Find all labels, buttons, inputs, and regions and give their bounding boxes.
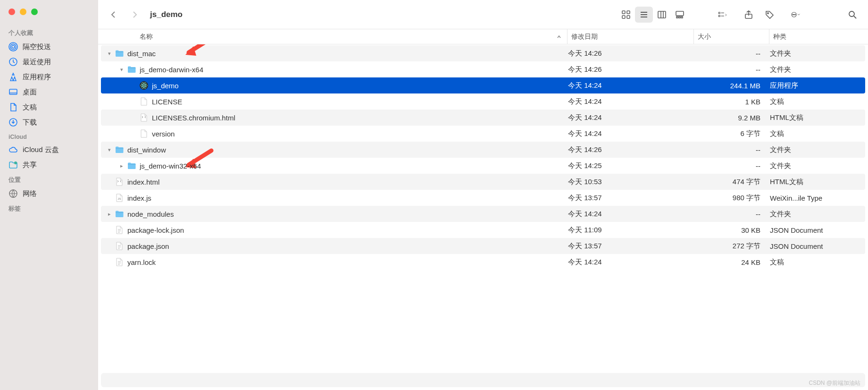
file-size: 1 KB [691,98,766,106]
svg-rect-6 [676,17,678,18]
file-name: dist_mac [127,50,564,58]
file-kind: WeiXin...ile Type [766,194,865,202]
file-row[interactable]: LICENSES.chromium.html今天 14:249.2 MBHTML… [101,110,865,126]
network-icon [8,189,18,198]
disclosure-triangle-icon[interactable]: ▾ [106,147,113,153]
file-kind: 应用程序 [766,81,865,90]
file-row[interactable]: index.js今天 13:57980 字节WeiXin...ile Type [101,190,865,206]
sidebar-item[interactable]: 文稿 [0,100,98,115]
sidebar-item[interactable]: 桌面 [0,85,98,100]
text-icon [114,241,125,251]
sidebar-section-title: 标签 [0,201,98,215]
columns-header: 名称 修改日期 大小 种类 [98,29,868,44]
disclosure-triangle-icon[interactable]: ▸ [106,211,113,217]
file-row[interactable]: package-lock.json今天 11:0930 KBJSON Docum… [101,222,865,238]
file-row[interactable]: package.json今天 13:57272 字节JSON Document [101,238,865,254]
file-row[interactable]: LICENSE今天 14:241 KB文稿 [101,93,865,110]
file-kind: JSON Document [766,242,865,250]
airdrop-icon [8,42,18,51]
sidebar-item-label: 文稿 [23,103,37,112]
zoom-window-button[interactable] [31,8,38,15]
file-date: 今天 11:09 [564,226,691,235]
search-button[interactable] [843,7,861,23]
watermark: CSDN @前端加油站 [809,379,860,387]
folder-icon [114,144,125,155]
file-date: 今天 14:24 [564,113,691,122]
action-menu-button[interactable] [781,7,810,23]
sidebar-item[interactable]: 共享 [0,157,98,172]
file-kind: JSON Document [766,226,865,234]
file-name: dist_window [127,146,564,154]
file-name: package-lock.json [127,226,564,234]
file-size: -- [691,210,766,218]
disclosure-triangle-icon[interactable]: ▾ [118,67,125,73]
file-date: 今天 14:25 [564,161,691,170]
file-name: package.json [127,242,564,250]
icon-view-button[interactable] [617,7,635,23]
svg-point-14 [793,14,794,15]
blank-icon [139,96,149,107]
folder-icon [114,209,125,219]
file-row[interactable]: ▾dist_mac今天 14:26--文件夹 [101,45,865,61]
column-header-size[interactable]: 大小 [693,29,769,44]
file-row[interactable]: ▾dist_window今天 14:26--文件夹 [101,142,865,158]
forward-button[interactable] [125,7,143,23]
file-size: -- [691,50,766,58]
file-list[interactable]: ▾dist_mac今天 14:26--文件夹▾js_demo-darwin-x6… [98,44,868,369]
window-controls [0,5,98,25]
sort-indicator-icon [557,33,561,41]
column-header-name[interactable]: 名称 [98,33,567,41]
file-date: 今天 14:26 [564,145,691,154]
back-button[interactable] [105,7,123,23]
file-row[interactable]: version今天 14:246 字节文稿 [101,126,865,142]
disclosure-triangle-icon[interactable]: ▾ [106,51,113,57]
sidebar-section-title: 位置 [0,172,98,186]
minimize-window-button[interactable] [20,8,26,15]
column-view-button[interactable] [653,7,671,23]
close-window-button[interactable] [8,8,15,15]
file-row[interactable]: ▸node_modules今天 14:24--文件夹 [101,206,865,222]
sidebar-section-title: iCloud [0,130,98,142]
desktop-icon [8,87,18,97]
file-name: LICENSE [152,98,564,106]
file-size: -- [691,162,766,170]
tags-button[interactable] [760,7,778,23]
file-row[interactable]: index.html今天 10:53474 字节HTML文稿 [101,174,865,190]
file-row[interactable]: yarn.lock今天 14:2424 KB文稿 [101,254,865,270]
svg-rect-9 [718,12,720,14]
list-view-button[interactable] [635,7,653,23]
file-name: js_demo-darwin-x64 [140,66,564,74]
file-row[interactable]: ▸js_demo-win32-x64今天 14:25--文件夹 [101,158,865,174]
file-name: node_modules [127,210,564,218]
apps-icon [8,72,18,82]
file-date: 今天 14:24 [564,97,691,106]
file-name: index.js [127,194,564,202]
file-kind: 文件夹 [766,210,865,219]
sidebar-item[interactable]: 最近使用 [0,54,98,69]
file-date: 今天 14:24 [564,129,691,138]
file-kind: 文稿 [766,129,865,138]
gallery-view-button[interactable] [671,7,689,23]
app-icon [139,80,149,91]
disclosure-triangle-icon[interactable]: ▸ [118,163,125,169]
column-header-date[interactable]: 修改日期 [567,29,693,44]
sidebar-item[interactable]: 应用程序 [0,69,98,85]
file-row[interactable]: ▾js_demo-darwin-x64今天 14:26--文件夹 [101,61,865,77]
location-title: js_demo [150,10,183,19]
group-by-button[interactable] [709,7,737,23]
cloud-icon [8,145,18,154]
column-header-kind[interactable]: 种类 [769,29,868,44]
file-date: 今天 14:26 [564,49,691,58]
sidebar-item[interactable]: 网络 [0,186,98,201]
file-size: 24 KB [691,258,766,266]
html-icon [114,177,125,187]
file-size: -- [691,146,766,154]
share-button[interactable] [740,7,758,23]
sidebar-item[interactable]: 下载 [0,115,98,130]
file-row[interactable]: js_demo今天 14:24244.1 MB应用程序 [101,77,865,93]
file-name: LICENSES.chromium.html [152,114,564,122]
download-icon [8,118,18,127]
sidebar-item[interactable]: iCloud 云盘 [0,142,98,157]
sidebar-item[interactable]: 隔空投送 [0,39,98,54]
sidebar-item-label: 网络 [23,189,37,198]
